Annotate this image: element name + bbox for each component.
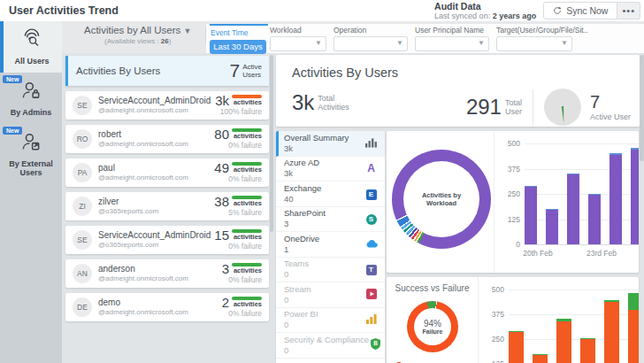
workload-item-stream[interactable]: Stream 0: [276, 282, 385, 308]
user-row[interactable]: AN anderson @admeight.onmicrosoft.com 3 …: [65, 259, 269, 288]
teams-icon: T: [364, 263, 378, 275]
workload-item-teams[interactable]: Teams 0 T: [276, 258, 385, 283]
toolbar: Activities by All Users ▼ (Available vie…: [62, 21, 644, 53]
bar: [533, 354, 548, 363]
user-email: @admeight.onmicrosoft.com: [98, 274, 222, 283]
filter-dropdown-box[interactable]: ▼: [334, 36, 408, 51]
workload-item-onedrive[interactable]: OneDrive 1: [276, 232, 385, 258]
success-failure-card: Success vs Failure 94% Failure Failure 1…: [387, 277, 639, 363]
total-activities-stat: 3k TotalActivities: [292, 92, 349, 113]
workload-item-overall-summary[interactable]: Overall Summary 3k: [276, 131, 385, 157]
success-failure-bar-chart: 125250375500: [479, 277, 639, 363]
workload-name: OneDrive: [284, 234, 364, 244]
sidebar-item-all-users[interactable]: All Users: [0, 21, 62, 73]
y-axis-tick: 125: [492, 359, 504, 363]
bar-success: [509, 331, 524, 333]
user-row[interactable]: SE ServiceAccount_AdminDroid @o365report…: [65, 226, 269, 254]
user-list-header: Activities By Users 7 Active Users: [65, 56, 269, 86]
user-email: @admeight.onmicrosoft.com: [98, 140, 214, 149]
security-icon: B: [369, 338, 382, 351]
bar-failure: [628, 310, 639, 363]
workload-name: Security & Compliance: [284, 335, 369, 345]
audit-data-block: Audit Data Last synced on: 2 years ago S…: [434, 1, 640, 20]
active-users-label: Active Users: [242, 63, 262, 79]
user-row[interactable]: DE demo @admeight.onmicrosoft.com 2 acti…: [65, 293, 269, 321]
more-options-button[interactable]: •••: [617, 2, 640, 19]
all-users-icon: [20, 38, 43, 53]
event-time-value-button[interactable]: Last 30 Days: [210, 40, 266, 54]
bar: [556, 319, 571, 363]
daily-activities-bar-chart: 012525037550020th Feb23rd Feb: [494, 131, 639, 273]
by-admins-icon: [19, 89, 42, 104]
sidebar-item-label: All Users: [4, 57, 60, 66]
total-user-stat: 291 TotalUser: [466, 97, 522, 118]
y-axis-tick: 125: [508, 215, 520, 224]
filter-dropdown-label: Workload: [270, 26, 326, 35]
workload-count: 3: [284, 219, 364, 229]
bar-secondary: [525, 186, 537, 187]
workload-name: Teams: [284, 259, 364, 269]
user-list-title: Activities By Users: [76, 66, 230, 76]
filter-dropdown: Operation ▼: [334, 26, 408, 51]
chevron-down-icon: ▼: [183, 27, 191, 35]
user-list-panel: Activities By Users 7 Active Users SE Se…: [62, 53, 274, 363]
y-axis-tick: 0: [516, 240, 520, 249]
workload-name: Overall Summary: [284, 133, 364, 143]
divider: [533, 89, 533, 125]
user-row[interactable]: PA paul @admeight.onmicrosoft.com 49 act…: [65, 158, 269, 187]
workload-item-exchange[interactable]: Exchange 40 E: [276, 182, 385, 207]
bar-activities: [631, 150, 639, 244]
workload-item-sharepoint[interactable]: SharePoint 3 S: [276, 207, 385, 233]
filter-dropdown-box[interactable]: ▼: [415, 36, 489, 51]
failure-donut-chart: 94% Failure: [407, 301, 458, 352]
azure-ad-icon: A: [364, 162, 378, 174]
svg-text:B: B: [373, 341, 378, 347]
activities-label: activities: [234, 166, 262, 174]
user-email: @admeight.onmicrosoft.com: [98, 308, 222, 317]
y-axis-tick: 500: [492, 285, 504, 294]
workload-count: 1: [284, 244, 364, 255]
bar-secondary: [610, 153, 622, 155]
user-row[interactable]: SE ServiceAccount_AdminDroid @admeight.o…: [65, 91, 269, 120]
user-row[interactable]: RO robert @admeight.onmicrosoft.com 80 a…: [65, 125, 269, 153]
user-row[interactable]: ZI zilver @o365reports.com 38 activities…: [65, 192, 269, 220]
user-name: anderson: [98, 264, 222, 274]
gridline: [525, 244, 639, 245]
chevron-down-icon: ▼: [396, 39, 403, 47]
activities-label: activities: [234, 99, 262, 106]
workload-name: Power BI: [284, 309, 364, 320]
bar: [631, 148, 639, 244]
activities-label: activities: [234, 133, 262, 140]
bar: [546, 209, 558, 244]
activities-chart-card: Activities by Workload 012525037550020th…: [387, 131, 639, 273]
bar-failure: [509, 332, 524, 363]
sync-now-button[interactable]: Sync Now: [543, 2, 617, 19]
user-name: ServiceAccount_AdminDroid: [98, 96, 215, 106]
avatar: SE: [73, 96, 92, 115]
sidebar-item-by-admins[interactable]: NewBy Admins: [0, 73, 62, 124]
view-selector-dropdown[interactable]: Activities by All Users ▼: [84, 25, 191, 35]
filter-dropdown-box[interactable]: ▼: [270, 36, 326, 51]
bar: [604, 300, 619, 363]
workload-count: 0: [284, 345, 369, 356]
bar-failure: [580, 339, 595, 363]
sidebar-item-label: By Admins: [2, 108, 60, 118]
workload-item-security-compliance[interactable]: Security & Compliance 0 B: [276, 333, 385, 359]
user-email: @o365reports.com: [98, 207, 214, 216]
workload-item-azure-ad[interactable]: Azure AD 3k A: [276, 157, 385, 182]
failure-rate: 100% failure: [215, 108, 262, 116]
filter-dropdown-box[interactable]: ▼: [496, 36, 572, 51]
user-name: ServiceAccount_AdminDroid: [98, 230, 214, 241]
success-failure-title: Success vs Failure: [387, 283, 478, 293]
workload-donut-label: Activities by Workload: [410, 191, 472, 207]
bar-activities: [525, 187, 537, 244]
workload-item-power-bi[interactable]: Power BI 0: [276, 308, 385, 334]
sync-icon: [553, 6, 562, 15]
bar-secondary: [567, 174, 579, 174]
filter-dropdown-label: Operation: [334, 26, 408, 35]
audit-synced-text: Last synced on: 2 years ago: [434, 12, 536, 20]
user-list-scrollbar[interactable]: [270, 55, 273, 232]
main-scrollbar[interactable]: [640, 55, 644, 161]
top-header: User Activities Trend Audit Data Last sy…: [0, 0, 644, 21]
sidebar-item-by-external-users[interactable]: NewBy External Users: [0, 124, 62, 185]
